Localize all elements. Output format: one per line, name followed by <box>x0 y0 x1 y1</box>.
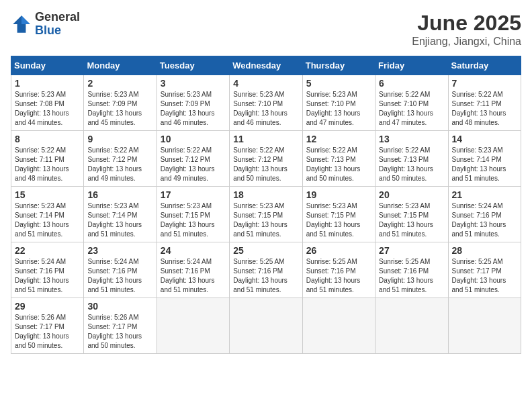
calendar-day-cell: 28 Sunrise: 5:25 AM Sunset: 7:17 PM Dayl… <box>448 242 521 298</box>
calendar-day-cell: 2 Sunrise: 5:23 AM Sunset: 7:09 PM Dayli… <box>84 75 157 131</box>
daylight-label: Daylight: 13 hours and 49 minutes. <box>161 165 215 182</box>
daylight-label: Daylight: 13 hours and 46 minutes. <box>233 109 287 126</box>
day-info: Sunrise: 5:23 AM Sunset: 7:09 PM Dayligh… <box>87 90 152 128</box>
day-info: Sunrise: 5:26 AM Sunset: 7:17 PM Dayligh… <box>15 313 80 351</box>
day-number: 11 <box>233 134 298 144</box>
daylight-label: Daylight: 13 hours and 45 minutes. <box>87 109 142 126</box>
day-info: Sunrise: 5:25 AM Sunset: 7:16 PM Dayligh… <box>233 257 298 295</box>
calendar-day-cell: 4 Sunrise: 5:23 AM Sunset: 7:10 PM Dayli… <box>230 75 302 131</box>
sunrise-label: Sunrise: 5:22 AM <box>379 91 430 98</box>
sunset-label: Sunset: 7:15 PM <box>233 212 283 219</box>
logo-icon <box>11 13 32 35</box>
day-number: 22 <box>15 245 80 256</box>
calendar-week-row: 8 Sunrise: 5:22 AM Sunset: 7:11 PM Dayli… <box>11 131 521 187</box>
logo: General Blue <box>11 11 80 38</box>
day-info: Sunrise: 5:22 AM Sunset: 7:12 PM Dayligh… <box>161 146 226 183</box>
sunset-label: Sunset: 7:10 PM <box>306 100 356 107</box>
sunrise-label: Sunrise: 5:22 AM <box>452 91 503 98</box>
calendar-day-cell: 29 Sunrise: 5:26 AM Sunset: 7:17 PM Dayl… <box>11 298 84 354</box>
sunset-label: Sunset: 7:16 PM <box>379 267 429 275</box>
weekday-header: Monday <box>84 56 157 75</box>
calendar-day-cell: 7 Sunrise: 5:22 AM Sunset: 7:11 PM Dayli… <box>448 75 521 131</box>
sunrise-label: Sunrise: 5:22 AM <box>161 146 212 154</box>
day-info: Sunrise: 5:23 AM Sunset: 7:10 PM Dayligh… <box>306 90 371 128</box>
daylight-label: Daylight: 13 hours and 46 minutes. <box>161 109 215 126</box>
day-info: Sunrise: 5:23 AM Sunset: 7:08 PM Dayligh… <box>15 90 80 128</box>
daylight-label: Daylight: 13 hours and 50 minutes. <box>379 165 433 182</box>
day-number: 26 <box>306 245 371 256</box>
logo-general: General <box>35 11 80 24</box>
calendar-week-row: 15 Sunrise: 5:23 AM Sunset: 7:14 PM Dayl… <box>11 187 521 242</box>
sunrise-label: Sunrise: 5:25 AM <box>233 258 284 265</box>
logo-text: General Blue <box>35 11 80 38</box>
sunrise-label: Sunrise: 5:23 AM <box>379 202 430 210</box>
day-number: 21 <box>452 189 517 200</box>
logo-blue: Blue <box>35 24 80 38</box>
svg-marker-1 <box>21 15 30 24</box>
month-title: June 2025 <box>412 11 521 36</box>
sunrise-label: Sunrise: 5:24 AM <box>452 202 503 210</box>
day-info: Sunrise: 5:23 AM Sunset: 7:14 PM Dayligh… <box>452 146 517 183</box>
calendar-day-cell: 15 Sunrise: 5:23 AM Sunset: 7:14 PM Dayl… <box>11 187 84 242</box>
sunset-label: Sunset: 7:12 PM <box>87 156 137 163</box>
sunset-label: Sunset: 7:13 PM <box>379 156 429 163</box>
sunset-label: Sunset: 7:11 PM <box>452 100 502 107</box>
sunrise-label: Sunrise: 5:22 AM <box>87 146 138 154</box>
weekday-header: Wednesday <box>230 56 302 75</box>
day-number: 8 <box>15 134 80 144</box>
sunset-label: Sunset: 7:14 PM <box>15 212 64 219</box>
day-info: Sunrise: 5:24 AM Sunset: 7:16 PM Dayligh… <box>452 201 517 239</box>
sunset-label: Sunset: 7:08 PM <box>15 100 64 107</box>
calendar-day-cell: 1 Sunrise: 5:23 AM Sunset: 7:08 PM Dayli… <box>11 75 84 131</box>
day-number: 12 <box>306 134 371 144</box>
day-info: Sunrise: 5:25 AM Sunset: 7:17 PM Dayligh… <box>452 257 517 295</box>
sunset-label: Sunset: 7:14 PM <box>452 156 502 163</box>
daylight-label: Daylight: 13 hours and 51 minutes. <box>306 221 361 238</box>
day-number: 4 <box>233 78 298 89</box>
day-info: Sunrise: 5:22 AM Sunset: 7:13 PM Dayligh… <box>379 146 444 183</box>
calendar-day-cell: 11 Sunrise: 5:22 AM Sunset: 7:12 PM Dayl… <box>230 131 302 187</box>
day-info: Sunrise: 5:24 AM Sunset: 7:16 PM Dayligh… <box>161 257 226 295</box>
daylight-label: Daylight: 13 hours and 51 minutes. <box>87 221 142 238</box>
sunset-label: Sunset: 7:17 PM <box>15 323 64 330</box>
daylight-label: Daylight: 13 hours and 51 minutes. <box>15 277 69 293</box>
calendar-day-cell <box>448 298 521 354</box>
day-number: 5 <box>306 78 371 89</box>
day-info: Sunrise: 5:22 AM Sunset: 7:13 PM Dayligh… <box>306 146 371 183</box>
day-number: 1 <box>15 78 80 89</box>
sunrise-label: Sunrise: 5:23 AM <box>87 202 138 210</box>
day-info: Sunrise: 5:22 AM Sunset: 7:11 PM Dayligh… <box>452 90 517 128</box>
day-number: 24 <box>161 245 226 256</box>
calendar-week-row: 22 Sunrise: 5:24 AM Sunset: 7:16 PM Dayl… <box>11 242 521 298</box>
day-info: Sunrise: 5:23 AM Sunset: 7:15 PM Dayligh… <box>233 201 298 239</box>
daylight-label: Daylight: 13 hours and 50 minutes. <box>87 332 142 349</box>
sunrise-label: Sunrise: 5:22 AM <box>233 146 284 154</box>
sunrise-label: Sunrise: 5:26 AM <box>15 314 66 321</box>
sunrise-label: Sunrise: 5:22 AM <box>306 146 357 154</box>
sunrise-label: Sunrise: 5:23 AM <box>306 202 357 210</box>
day-number: 23 <box>87 245 152 256</box>
calendar-day-cell <box>230 298 302 354</box>
sunrise-label: Sunrise: 5:23 AM <box>233 202 284 210</box>
day-number: 7 <box>452 78 517 89</box>
weekday-header: Sunday <box>11 56 84 75</box>
sunrise-label: Sunrise: 5:25 AM <box>306 258 357 265</box>
day-number: 28 <box>452 245 517 256</box>
day-number: 17 <box>161 189 226 200</box>
day-number: 13 <box>379 134 444 144</box>
sunset-label: Sunset: 7:15 PM <box>161 212 210 219</box>
calendar-week-row: 1 Sunrise: 5:23 AM Sunset: 7:08 PM Dayli… <box>11 75 521 131</box>
calendar-day-cell: 5 Sunrise: 5:23 AM Sunset: 7:10 PM Dayli… <box>302 75 375 131</box>
sunrise-label: Sunrise: 5:22 AM <box>15 146 66 154</box>
weekday-header: Thursday <box>302 56 375 75</box>
sunrise-label: Sunrise: 5:22 AM <box>379 146 430 154</box>
day-info: Sunrise: 5:25 AM Sunset: 7:16 PM Dayligh… <box>306 257 371 295</box>
sunset-label: Sunset: 7:11 PM <box>15 156 64 163</box>
calendar-day-cell <box>302 298 375 354</box>
daylight-label: Daylight: 13 hours and 51 minutes. <box>161 277 215 293</box>
daylight-label: Daylight: 13 hours and 51 minutes. <box>306 277 361 293</box>
day-number: 2 <box>87 78 152 89</box>
day-number: 18 <box>233 189 298 200</box>
sunset-label: Sunset: 7:13 PM <box>306 156 356 163</box>
sunset-label: Sunset: 7:15 PM <box>379 212 429 219</box>
